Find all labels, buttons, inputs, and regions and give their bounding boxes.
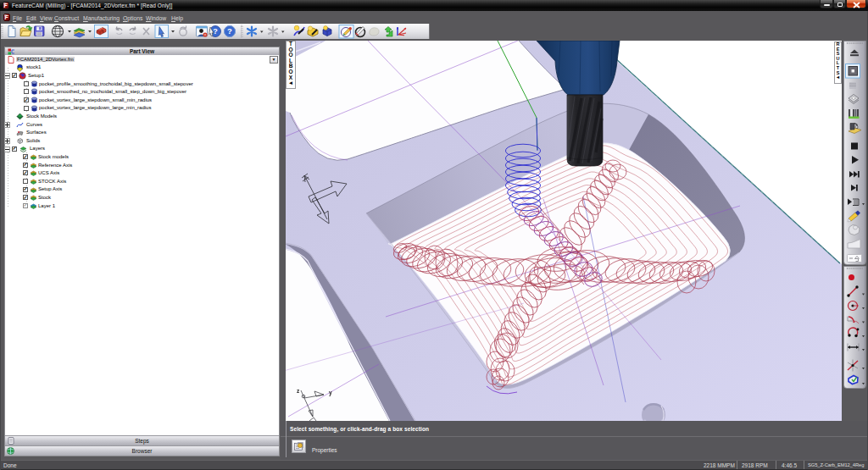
svg-text:y: y [329, 390, 332, 396]
